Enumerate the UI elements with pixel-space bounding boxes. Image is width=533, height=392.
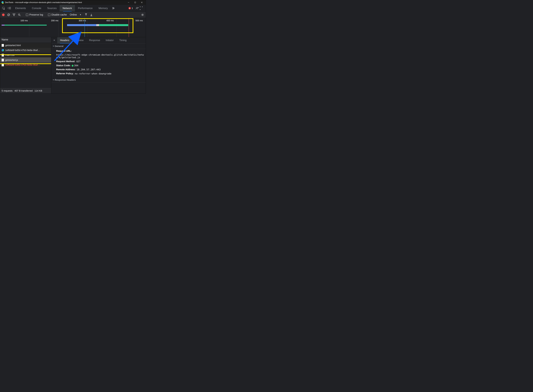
tab-label: Preview (75, 39, 84, 42)
tab-network[interactable]: Network (60, 5, 75, 11)
more-tabs-icon[interactable] (111, 5, 116, 11)
edge-icon (2, 49, 4, 51)
kv-label: Referrer Policy: (56, 72, 74, 75)
kv-value: 18.204.57.207:443 (76, 68, 100, 71)
tab-label: Elements (15, 7, 26, 10)
network-settings-icon[interactable] (141, 13, 144, 17)
device-toolbar-icon[interactable] (6, 5, 12, 11)
throttling-value: Online (70, 13, 77, 16)
search-icon[interactable] (18, 13, 21, 17)
kv-value: no-referrer-when-downgrade (75, 72, 111, 75)
minimize-button[interactable] (125, 0, 132, 5)
disclosure-triangle-icon (53, 46, 54, 47)
kv-status-code: Status Code: 304 (51, 63, 146, 67)
close-button[interactable] (138, 0, 145, 5)
details-tabs: ✕ Headers Preview Response Initiator Tim… (51, 37, 146, 44)
devtools-tabstrip: Elements Console Sources Network Perform… (0, 5, 146, 12)
svg-point-9 (136, 7, 137, 8)
tab-console[interactable]: Console (29, 5, 44, 11)
kv-label: Remote Address: (56, 68, 76, 71)
file-icon (2, 44, 4, 47)
network-toolbar: Preserve log Disable cache Online ▼ (0, 12, 146, 18)
tab-sources[interactable]: Sources (44, 5, 60, 11)
kv-referrer-policy: Referrer Policy: no-referrer-when-downgr… (51, 72, 146, 76)
svg-marker-12 (13, 14, 15, 16)
export-har-icon[interactable] (90, 13, 93, 17)
tab-label: Sources (47, 7, 57, 10)
tab-response[interactable]: Response (86, 37, 103, 43)
section-general[interactable]: General (51, 44, 146, 49)
tab-preview[interactable]: Preview (72, 37, 86, 43)
overview-tick: 200 ms (51, 19, 58, 22)
tab-label: Memory (99, 7, 108, 10)
status-resources: 114 KB (34, 89, 42, 92)
annotation-highlight-overview (62, 18, 133, 33)
tab-performance[interactable]: Performance (75, 5, 95, 11)
preserve-log-checkbox[interactable]: Preserve log (26, 13, 43, 16)
more-options-icon[interactable]: • • • (140, 5, 145, 11)
request-details-panel: ✕ Headers Preview Response Initiator Tim… (51, 37, 146, 93)
preserve-log-label: Preserve log (29, 13, 43, 16)
kv-value: GET (76, 60, 81, 63)
svg-rect-1 (2, 3, 4, 4)
tab-label: Timing (119, 39, 127, 42)
kv-label: Request Method: (56, 60, 75, 63)
chevron-down-icon: ▼ (80, 14, 81, 16)
throttling-select[interactable]: Online ▼ (69, 13, 82, 16)
disable-cache-checkbox[interactable]: Disable cache (48, 13, 67, 16)
kv-value: 304 (72, 64, 78, 67)
tab-timing[interactable]: Timing (117, 37, 129, 43)
disclosure-triangle-icon (53, 79, 54, 80)
filter-icon[interactable] (12, 13, 16, 17)
tab-elements[interactable]: Elements (12, 5, 29, 11)
feedback-icon[interactable] (134, 5, 140, 11)
errors-count: 1 (132, 7, 133, 9)
requests-panel: Name getstarted.html 1ef6de6f-bd5d-47b3-… (0, 37, 51, 93)
tab-label: Console (32, 7, 41, 10)
kv-value: https://microsoft-edge-chromium-devtools… (56, 53, 144, 59)
window-title: DevTools - microsoft-edge-chromium-devto… (5, 1, 82, 4)
titlebar: DevTools - microsoft-edge-chromium-devto… (0, 0, 146, 5)
overview-tick: 500 ms (135, 19, 143, 22)
tab-headers[interactable]: Headers (57, 37, 72, 43)
error-icon (128, 7, 131, 9)
kv-request-url: Request URL: https://microsoft-edge-chro… (51, 49, 146, 59)
section-title: General (55, 45, 63, 48)
requests-header-name[interactable]: Name (0, 37, 51, 42)
section-response-headers[interactable]: Response Headers (51, 77, 146, 83)
kv-remote-address: Remote Address: 18.204.57.207:443 (51, 67, 146, 72)
svg-rect-3 (135, 2, 136, 3)
request-row[interactable]: getstarted.html (0, 43, 51, 48)
network-content-split: Name getstarted.html 1ef6de6f-bd5d-47b3-… (0, 37, 146, 93)
section-title: Response Headers (55, 79, 76, 81)
tab-memory[interactable]: Memory (96, 5, 111, 11)
record-button[interactable] (2, 13, 5, 17)
svg-point-13 (18, 14, 20, 15)
svg-line-11 (8, 14, 9, 16)
svg-point-19 (142, 14, 143, 15)
kv-request-method: Request Method: GET (51, 59, 146, 63)
edge-devtools-icon (1, 1, 4, 4)
inspect-element-icon[interactable] (1, 5, 6, 11)
svg-rect-7 (8, 7, 10, 9)
disable-cache-label: Disable cache (51, 13, 67, 16)
overview-tick: 100 ms (20, 19, 28, 22)
tab-label: Response (89, 39, 100, 42)
status-requests: 5 requests (2, 89, 13, 92)
network-overview[interactable]: 100 ms 200 ms 300 ms 400 ms 500 ms (0, 18, 146, 37)
status-dot-icon (72, 65, 73, 66)
clear-button[interactable] (7, 13, 10, 17)
tab-label: Network (62, 7, 72, 10)
close-details-icon[interactable]: ✕ (51, 37, 57, 43)
errors-badge[interactable]: 1 (127, 5, 134, 11)
status-transferred: 407 B transferred (14, 89, 33, 92)
maximize-button[interactable] (132, 0, 138, 5)
import-har-icon[interactable] (84, 13, 88, 17)
tab-label: Performance (78, 7, 93, 10)
request-name: 1ef6de6f-bd5d-47b3-9e6e-0baf… (5, 49, 40, 52)
network-statusbar: 5 requests 407 B transferred 114 KB (0, 88, 51, 93)
kv-label: Status Code: (56, 64, 71, 67)
tab-initiator[interactable]: Initiator (103, 37, 116, 43)
request-row[interactable]: 1ef6de6f-bd5d-47b3-9e6e-0baf… (0, 48, 51, 53)
annotation-highlight-row (0, 54, 51, 64)
